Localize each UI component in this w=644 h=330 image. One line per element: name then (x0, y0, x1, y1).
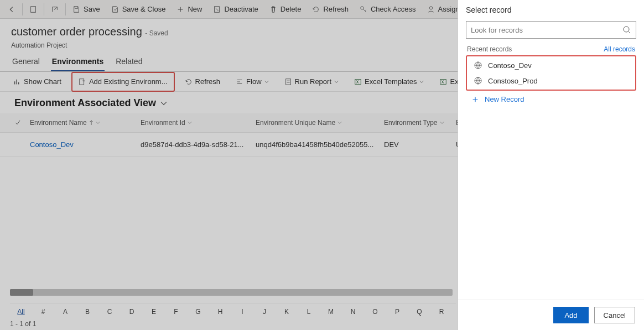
plus-icon (471, 96, 479, 103)
cell-environment-unique: unqd4f6b9ba41458fh5b40de52055... (251, 137, 380, 152)
popout-icon (51, 6, 59, 13)
chevron-down-icon (188, 121, 192, 125)
alpha-i[interactable]: I (231, 308, 253, 316)
alpha-d[interactable]: D (121, 308, 143, 316)
alpha-hash[interactable]: # (32, 308, 54, 316)
refresh-icon (185, 78, 193, 86)
svg-point-3 (429, 6, 432, 9)
add-button[interactable]: Add (553, 307, 588, 323)
alpha-r[interactable]: R (430, 308, 453, 316)
alpha-l[interactable]: L (298, 308, 320, 316)
save-close-icon (111, 6, 119, 13)
save-button[interactable]: Save (67, 1, 106, 18)
entity-name: Automation Project (11, 41, 168, 49)
panel-footer: Add Cancel (458, 300, 644, 330)
new-button[interactable]: New (171, 1, 207, 18)
cell-environment-name[interactable]: Contoso_Dev (25, 137, 136, 152)
alpha-g[interactable]: G (187, 308, 209, 316)
svg-rect-5 (285, 78, 290, 85)
refresh-icon (312, 6, 320, 13)
chevron-down-icon (160, 100, 167, 107)
arrow-left-icon (8, 6, 15, 13)
person-icon (427, 6, 435, 13)
cancel-button[interactable]: Cancel (594, 307, 635, 323)
chevron-down-icon (334, 80, 339, 84)
alpha-j[interactable]: J (253, 308, 276, 316)
subgrid-refresh-button[interactable]: Refresh (179, 74, 226, 90)
recent-records-label: Recent records (467, 45, 512, 53)
col-environment-type[interactable]: Environment Type (380, 116, 451, 130)
search-box[interactable] (466, 21, 636, 39)
save-icon (72, 6, 80, 13)
pager-label: 1 - 1 of 1 (10, 320, 36, 328)
panel-title: Select record (458, 0, 644, 17)
run-report-menu[interactable]: Run Report (279, 74, 344, 90)
col-environment-unique[interactable]: Environment Unique Name (251, 116, 380, 130)
alpha-all[interactable]: All (10, 308, 32, 316)
check-access-button[interactable]: Check Access (354, 1, 422, 18)
trash-icon (269, 6, 277, 13)
chevron-down-icon (264, 80, 269, 84)
alpha-m[interactable]: M (320, 308, 342, 316)
saved-indicator: - Saved (145, 29, 168, 37)
highlight-add-existing: Add Existing Environm... (71, 72, 175, 92)
delete-button[interactable]: Delete (264, 1, 307, 18)
tab-general[interactable]: General (11, 54, 41, 71)
chevron-down-icon (440, 121, 444, 125)
col-environment-name[interactable]: Environment Name (25, 116, 136, 130)
form-button[interactable] (24, 1, 43, 18)
alpha-n[interactable]: N (342, 308, 364, 316)
chart-icon (13, 78, 21, 86)
sort-asc-icon (89, 120, 94, 125)
svg-rect-7 (440, 79, 446, 84)
alpha-h[interactable]: H (209, 308, 231, 316)
alpha-o[interactable]: O (364, 308, 386, 316)
col-environment-id[interactable]: Environment Id (136, 116, 251, 130)
lookup-item-contoso-prod[interactable]: Constoso_Prod (467, 73, 635, 88)
deactivate-button[interactable]: Deactivate (207, 1, 263, 18)
new-record-button[interactable]: New Record (458, 91, 644, 108)
tab-environments[interactable]: Environments (51, 54, 105, 71)
excel-templates-menu[interactable]: Excel Templates (349, 74, 429, 90)
search-input[interactable] (471, 26, 622, 34)
alpha-e[interactable]: E (143, 308, 165, 316)
add-existing-environment-button[interactable]: Add Existing Environm... (73, 74, 173, 90)
popout-button[interactable] (45, 1, 64, 18)
cell-environment-type: DEV (380, 137, 451, 152)
tab-related[interactable]: Related (115, 54, 143, 71)
save-close-button[interactable]: Save & Close (106, 1, 172, 18)
report-icon (284, 78, 292, 86)
alpha-b[interactable]: B (76, 308, 98, 316)
highlight-recent-records: Contoso_Dev Constoso_Prod (466, 55, 636, 91)
key-icon (360, 6, 367, 13)
horizontal-scrollbar[interactable] (10, 289, 453, 296)
alpha-q[interactable]: Q (408, 308, 430, 316)
lookup-item-label: Contoso_Dev (488, 61, 532, 70)
alpha-c[interactable]: C (98, 308, 121, 316)
record-title: customer order processing - Saved (11, 24, 168, 40)
search-icon[interactable] (622, 25, 631, 34)
alpha-a[interactable]: A (54, 308, 76, 316)
show-chart-button[interactable]: Show Chart (8, 74, 67, 90)
lookup-panel: Select record Recent records All records… (458, 0, 644, 330)
plus-icon (176, 6, 184, 13)
flow-icon (236, 78, 243, 86)
all-records-link[interactable]: All records (604, 45, 635, 53)
form-icon (29, 6, 37, 13)
add-existing-icon (79, 78, 86, 86)
flow-menu[interactable]: Flow (230, 74, 274, 90)
back-button[interactable] (2, 1, 21, 18)
lookup-item-contoso-dev[interactable]: Contoso_Dev (467, 57, 635, 73)
cell-environment-id: d9e587d4-ddb3-4d9a-sd58-21... (136, 137, 251, 152)
alpha-p[interactable]: P (386, 308, 408, 316)
refresh-button[interactable]: Refresh (307, 1, 354, 18)
alpha-f[interactable]: F (165, 308, 187, 316)
svg-point-8 (624, 27, 629, 32)
chevron-down-icon (419, 80, 424, 84)
svg-rect-4 (80, 78, 84, 85)
checkmark-icon[interactable] (14, 119, 21, 126)
excel-icon (354, 78, 362, 86)
new-record-label: New Record (485, 95, 524, 103)
excel-icon (439, 78, 447, 86)
alpha-k[interactable]: K (276, 308, 298, 316)
